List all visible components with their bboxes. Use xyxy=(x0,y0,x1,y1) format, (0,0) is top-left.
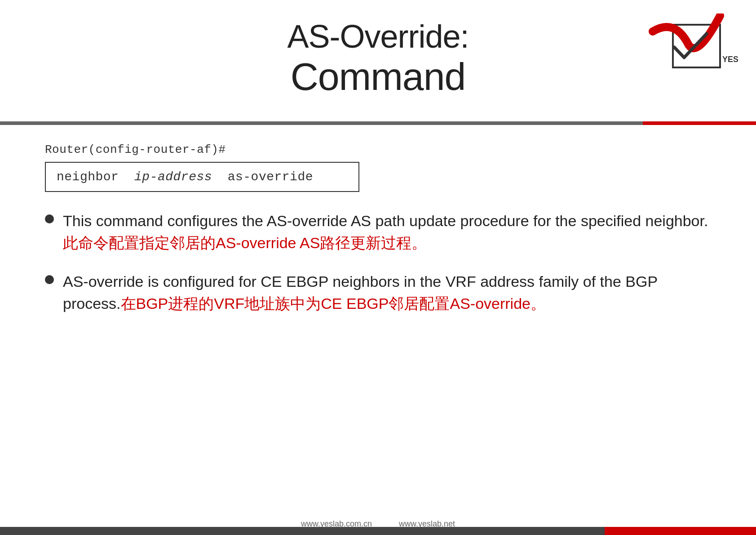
content: Router(config-router-af)# neighbor ip-ad… xyxy=(0,125,756,535)
svg-text:YES LAB: YES LAB xyxy=(722,55,738,64)
command-box: neighbor ip-address as-override xyxy=(45,162,359,192)
title-line1: AS-Override: xyxy=(36,18,720,55)
bullet-text-2: AS-override is configured for CE EBGP ne… xyxy=(63,271,711,315)
header: AS-Override: Command YES LAB xyxy=(0,0,756,117)
bullet-item-2: AS-override is configured for CE EBGP ne… xyxy=(45,271,711,315)
title-block: AS-Override: Command xyxy=(36,18,720,98)
separator xyxy=(0,121,756,125)
logo: YES LAB xyxy=(648,13,729,85)
bullet-dot-2 xyxy=(45,275,54,284)
bullet-dot-1 xyxy=(45,214,54,223)
bullet-text-1: This command configures the AS-override … xyxy=(63,210,711,254)
slide: AS-Override: Command YES LAB Router(conf… xyxy=(0,0,756,535)
title-line2: Command xyxy=(36,55,720,98)
bullet-item-1: This command configures the AS-override … xyxy=(45,210,711,254)
footer-bar xyxy=(0,527,756,535)
logo-svg: YES LAB xyxy=(648,13,738,85)
bullet-chinese-1: 此命令配置指定邻居的AS-override AS路径更新过程。 xyxy=(63,234,427,251)
footer: www.yeslab.com.cn www.yeslab.net xyxy=(0,513,756,535)
bullets-list: This command configures the AS-override … xyxy=(45,210,711,315)
bullet-chinese-2: 在BGP进程的VRF地址族中为CE EBGP邻居配置AS-override。 xyxy=(121,295,546,312)
prompt-line: Router(config-router-af)# xyxy=(45,143,711,156)
command-text: neighbor ip-address as-override xyxy=(57,170,313,184)
command-italic: ip-address xyxy=(134,170,212,184)
